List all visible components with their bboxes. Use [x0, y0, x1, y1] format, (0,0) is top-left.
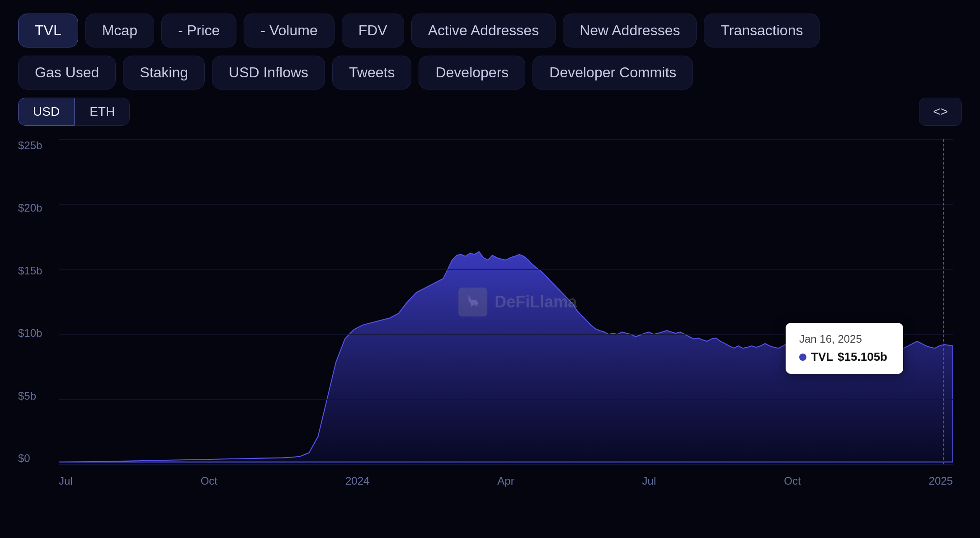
- currency-eth[interactable]: ETH: [75, 98, 130, 126]
- tab-transactions[interactable]: Transactions: [704, 14, 820, 47]
- x-label: Oct: [201, 475, 217, 487]
- tab-gas-used[interactable]: Gas Used: [18, 56, 116, 90]
- tooltip-value: TVL $15.105b: [799, 350, 890, 364]
- y-label: $10b: [18, 327, 42, 340]
- tooltip-dot: [799, 354, 806, 361]
- grid-line: [59, 269, 953, 270]
- tab-fdv[interactable]: FDV: [342, 14, 404, 47]
- grid-line: [59, 139, 953, 140]
- dashed-cursor-line: [943, 139, 944, 464]
- grid-line: [59, 204, 953, 205]
- x-label: 2025: [929, 475, 953, 487]
- x-label: Oct: [784, 475, 801, 487]
- y-label: $0: [18, 452, 30, 465]
- chart-inner: 🦙 DeFiLlama Jan 16, 2025 TVL $15.105b: [59, 139, 953, 465]
- tooltip: Jan 16, 2025 TVL $15.105b: [786, 323, 903, 374]
- x-axis: JulOct2024AprJulOct2025: [59, 475, 953, 487]
- tabs-row-1: TVLMcap- Price- VolumeFDVActive Addresse…: [18, 14, 962, 47]
- tooltip-date: Jan 16, 2025: [799, 333, 890, 345]
- x-label: 2024: [345, 475, 369, 487]
- grid-line: [59, 399, 953, 400]
- x-label: Apr: [497, 475, 514, 487]
- y-label: $5b: [18, 390, 36, 402]
- tab-developers[interactable]: Developers: [419, 56, 525, 90]
- tab-tvl[interactable]: TVL: [18, 14, 78, 47]
- y-label: $20b: [18, 202, 42, 214]
- tab-mcap[interactable]: Mcap: [85, 14, 154, 47]
- currency-selector: USDETH: [18, 98, 130, 126]
- tab-usd-inflows[interactable]: USD Inflows: [212, 56, 325, 90]
- tab-volume[interactable]: - Volume: [244, 14, 334, 47]
- tab-new-addresses[interactable]: New Addresses: [563, 14, 697, 47]
- tooltip-label: TVL: [811, 350, 833, 364]
- currency-usd[interactable]: USD: [18, 98, 75, 126]
- x-label: Jul: [59, 475, 73, 487]
- currency-row: USDETH <>: [18, 98, 962, 126]
- tab-tweets[interactable]: Tweets: [332, 56, 411, 90]
- tab-price[interactable]: - Price: [161, 14, 236, 47]
- tooltip-amount: $15.105b: [838, 350, 887, 364]
- grid-line: [59, 464, 953, 465]
- y-axis: $25b$20b$15b$10b$5b$0: [18, 139, 54, 465]
- chart-area: $25b$20b$15b$10b$5b$0: [18, 139, 962, 492]
- y-label: $15b: [18, 264, 42, 277]
- tab-staking[interactable]: Staking: [123, 56, 205, 90]
- tab-developer-commits[interactable]: Developer Commits: [532, 56, 693, 90]
- x-label: Jul: [642, 475, 656, 487]
- watermark-logo: 🦙: [458, 288, 487, 316]
- tabs-row-2: Gas UsedStakingUSD InflowsTweetsDevelope…: [18, 56, 962, 90]
- watermark: 🦙 DeFiLlama: [458, 288, 577, 316]
- embed-button[interactable]: <>: [919, 98, 962, 126]
- y-label: $25b: [18, 139, 42, 152]
- tab-active-addresses[interactable]: Active Addresses: [411, 14, 556, 47]
- watermark-text: DeFiLlama: [495, 293, 577, 311]
